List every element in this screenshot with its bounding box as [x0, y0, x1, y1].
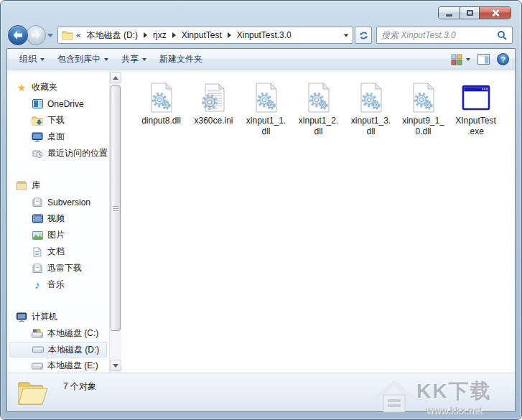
- file-name: xinput1_2. dll: [299, 116, 338, 137]
- maximize-button[interactable]: [460, 7, 480, 19]
- help-icon: ?: [500, 55, 505, 64]
- sidebar-item-onedrive[interactable]: OneDrive: [7, 95, 109, 112]
- file-x360ce-ini[interactable]: x360ce.ini: [187, 82, 240, 126]
- sidebar-item-downloads[interactable]: 下载: [7, 112, 109, 129]
- file-xinput1-2-dll[interactable]: xinput1_2. dll: [292, 82, 345, 137]
- new-folder-button[interactable]: 新建文件夹: [153, 50, 209, 68]
- file-name: xinput9_1_ 0.dll: [402, 116, 444, 137]
- address-bar: « 本地磁盘 (D:) rjxz XinputTest XinputTest.3…: [8, 25, 513, 45]
- library-icon: [32, 263, 43, 274]
- sidebar-group-label: 计算机: [32, 311, 57, 323]
- main-area: ★ 收藏夹 OneDrive 下载: [7, 70, 515, 373]
- sidebar-group-libraries[interactable]: 库: [7, 177, 109, 194]
- navigation-pane: ★ 收藏夹 OneDrive 下载: [7, 70, 109, 373]
- scroll-down-button[interactable]: [110, 360, 121, 371]
- file-name: xinput1_1. dll: [246, 116, 286, 137]
- client-area: 组织 包含到库中 共享 新建文件夹: [6, 48, 516, 412]
- organize-button[interactable]: 组织: [13, 50, 51, 68]
- sidebar-item-recent-places[interactable]: 最近访问的位置: [7, 145, 109, 162]
- search-placeholder: 搜索 XinputTest.3.0: [381, 29, 497, 42]
- sidebar-group-favorites[interactable]: ★ 收藏夹: [7, 79, 109, 95]
- breadcrumb-separator-icon[interactable]: [228, 32, 231, 38]
- breadcrumb-separator-icon[interactable]: [172, 32, 176, 38]
- breadcrumb-item-xinputtest[interactable]: XinputTest: [180, 30, 223, 40]
- include-in-library-button[interactable]: 包含到库中: [51, 50, 115, 68]
- change-view-button[interactable]: [451, 54, 470, 65]
- search-input[interactable]: 搜索 XinputTest.3.0: [376, 27, 513, 44]
- sidebar-item-documents[interactable]: 文档: [7, 243, 109, 260]
- sidebar-item-label: 本地磁盘 (E:): [47, 360, 98, 372]
- refresh-icon: [358, 30, 369, 41]
- arrow-down-icon: [113, 364, 118, 368]
- file-name: xinput1_3. dll: [351, 116, 391, 137]
- breadcrumb-overflow-chevrons[interactable]: «: [76, 30, 81, 40]
- file-dinput8-dll[interactable]: dinput8.dll: [135, 82, 187, 126]
- views-grid-icon: [451, 54, 462, 65]
- exe-file-icon: [462, 82, 490, 113]
- scroll-up-button[interactable]: [110, 72, 121, 83]
- file-xinput9-1-0-dll[interactable]: xinput9_1_ 0.dll: [397, 82, 449, 137]
- breadcrumb-item-drive[interactable]: 本地磁盘 (D:): [85, 29, 139, 42]
- sidebar-item-subversion[interactable]: Subversion: [7, 194, 109, 210]
- breadcrumb[interactable]: « 本地磁盘 (D:) rjxz XinputTest XinputTest.3…: [57, 27, 353, 44]
- share-label: 共享: [121, 53, 139, 65]
- status-bar: 7 个对象: [7, 373, 515, 411]
- dll-file-icon: [357, 82, 386, 113]
- sidebar-item-music[interactable]: ♪ 音乐: [7, 276, 109, 293]
- open-folder-icon: [16, 378, 49, 407]
- breadcrumb-separator-icon[interactable]: [144, 32, 147, 38]
- chevron-down-icon: [104, 58, 108, 61]
- preview-pane-icon: [477, 54, 490, 65]
- sidebar-item-thunder-downloads[interactable]: 迅雷下载: [7, 260, 109, 276]
- file-list[interactable]: dinput8.dll: [121, 70, 515, 373]
- sidebar-item-label: 下载: [47, 114, 65, 126]
- share-button[interactable]: 共享: [115, 50, 153, 68]
- file-xinputtest-exe[interactable]: XInputTest .exe: [449, 82, 502, 137]
- minimize-icon: [446, 14, 452, 17]
- file-name: x360ce.ini: [194, 116, 233, 126]
- sidebar-item-label: 音乐: [47, 279, 65, 291]
- videos-icon: [32, 213, 43, 225]
- sidebar-item-videos[interactable]: 视频: [7, 210, 109, 227]
- recent-pages-dropdown[interactable]: [46, 34, 55, 37]
- drive-icon: [32, 344, 44, 355]
- back-button[interactable]: [8, 25, 28, 45]
- sidebar-item-label: 迅雷下载: [47, 262, 82, 274]
- sidebar-item-desktop[interactable]: 桌面: [7, 129, 109, 145]
- file-name: dinput8.dll: [141, 116, 181, 126]
- refresh-button[interactable]: [355, 27, 372, 44]
- sidebar-item-label: OneDrive: [47, 99, 84, 109]
- minimize-button[interactable]: [439, 7, 460, 19]
- close-button[interactable]: [480, 7, 511, 19]
- close-icon: [491, 9, 500, 17]
- file-xinput1-3-dll[interactable]: xinput1_3. dll: [345, 82, 397, 137]
- sidebar-item-label: 桌面: [47, 131, 65, 143]
- window-controls: [438, 6, 511, 19]
- sidebar-scrollbar[interactable]: [109, 70, 121, 373]
- downloads-folder-icon: [32, 115, 43, 126]
- star-icon: ★: [16, 82, 27, 93]
- chevron-down-icon: [142, 58, 146, 61]
- address-dropdown[interactable]: [343, 34, 353, 37]
- include-in-library-label: 包含到库中: [57, 53, 101, 65]
- search-icon[interactable]: [497, 30, 508, 41]
- breadcrumb-item-xinputtest30[interactable]: XinputTest.3.0: [236, 30, 293, 40]
- breadcrumb-item-rjxz[interactable]: rjxz: [152, 30, 168, 40]
- file-xinput1-1-dll[interactable]: xinput1_1. dll: [240, 82, 292, 137]
- back-arrow-icon: [12, 29, 24, 41]
- sidebar-item-drive-c[interactable]: 本地磁盘 (C:): [7, 325, 109, 342]
- help-button[interactable]: ?: [497, 53, 509, 65]
- sidebar-item-drive-e[interactable]: 本地磁盘 (E:): [7, 358, 109, 373]
- sidebar-item-label: 本地磁盘 (C:): [47, 327, 98, 340]
- sidebar-item-pictures[interactable]: 图片: [7, 227, 109, 243]
- dll-file-icon: [409, 82, 438, 113]
- sidebar-item-drive-d[interactable]: 本地磁盘 (D:): [9, 342, 107, 358]
- library-icon: [32, 197, 43, 208]
- preview-pane-button[interactable]: [477, 54, 490, 65]
- scrollbar-thumb[interactable]: [111, 85, 121, 331]
- chevron-down-icon: [344, 34, 348, 37]
- drive-icon: [32, 360, 43, 372]
- system-drive-icon: [32, 328, 43, 340]
- sidebar-group-computer[interactable]: 计算机: [7, 309, 109, 325]
- forward-button[interactable]: [26, 25, 46, 45]
